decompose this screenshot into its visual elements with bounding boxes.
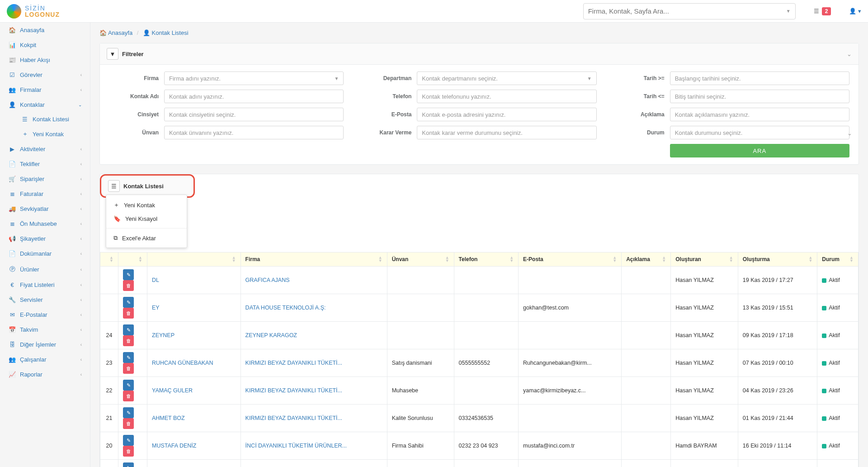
filter-icon-button[interactable]: ▼ xyxy=(107,48,118,60)
search-button[interactable]: ARA xyxy=(670,144,849,157)
sidebar-sub-yeni-kontak[interactable]: ＋Yeni Kontak xyxy=(16,126,90,142)
sidebar-item-ön-muhasebe[interactable]: ≣Ön Muhasebe‹ xyxy=(0,216,90,231)
sidebar-item-anasayfa[interactable]: 🏠Anasayfa xyxy=(0,23,90,38)
filter-firma[interactable]: Firma adını yazınız.▼ xyxy=(164,71,344,85)
menu-icon: ⧉ xyxy=(113,234,118,242)
company-link[interactable]: DATA HOUSE TEKNOLOJİ A.Ş: xyxy=(245,305,326,311)
sidebar-item-diğer-i̇şlemler[interactable]: 🗄Diğer İşlemler‹ xyxy=(0,337,90,352)
contact-name-link[interactable]: MUSTAFA DENİZ xyxy=(152,443,196,449)
delete-button[interactable]: 🗑 xyxy=(123,308,134,319)
sidebar-item-ürünler[interactable]: ⓅÜrünler‹ xyxy=(0,261,90,277)
search-input[interactable] xyxy=(588,7,786,15)
filter-tarih >=[interactable]: Başlangıç tarihini seçiniz. xyxy=(670,71,849,85)
col-Oluşturan[interactable]: Oluşturan▲▼ xyxy=(671,253,738,267)
company-link[interactable]: KIRMIZI BEYAZ DAYANIKLI TÜKETİ... xyxy=(245,415,342,421)
sidebar-item-şikayetler[interactable]: 📢Şikayetler‹ xyxy=(0,231,90,246)
sidebar-item-sevkiyatlar[interactable]: 🚚Sevkiyatlar‹ xyxy=(0,201,90,216)
filter-karar verme[interactable]: Kontak karar verme durumunu seçiniz. xyxy=(417,126,596,139)
filter-tarih <=[interactable]: Bitiş tarihini seçiniz. xyxy=(670,90,849,103)
chevron-down-icon[interactable]: ⌄ xyxy=(847,51,852,57)
sidebar-item-kokpit[interactable]: 📊Kokpit xyxy=(0,38,90,52)
nav-icon: 📊 xyxy=(8,42,16,48)
filter-departman[interactable]: Kontak departmanını seçiniz.▼ xyxy=(417,71,596,85)
col-idx2[interactable]: ▲▼ xyxy=(147,253,241,267)
menu-yeni-k-sayol[interactable]: 🔖Yeni Kısayol xyxy=(106,212,187,225)
nav-icon: 🔧 xyxy=(8,296,16,303)
sidebar-item-fiyat-listeleri[interactable]: €Fiyat Listeleri‹ xyxy=(0,277,90,292)
col-Firma[interactable]: Firma▲▼ xyxy=(241,253,387,267)
global-search[interactable]: ▼ xyxy=(583,3,796,19)
sidebar-item-kontaklar[interactable]: 👤Kontaklar⌄ xyxy=(0,97,90,112)
edit-button[interactable]: ✎ xyxy=(123,269,134,280)
col-Durum[interactable]: Durum▲▼ xyxy=(817,253,859,267)
sidebar-item-siparişler[interactable]: 🛒Siparişler‹ xyxy=(0,172,90,186)
nav-icon: ☑ xyxy=(8,71,16,78)
sidebar-item-takvim[interactable]: 📅Takvim‹ xyxy=(0,322,90,337)
company-link[interactable]: KIRMIZI BEYAZ DAYANIKLI TÜKETİ... xyxy=(245,360,342,366)
edit-button[interactable]: ✎ xyxy=(123,297,134,308)
filter-e-posta[interactable]: Kontak e-posta adresini yazınız. xyxy=(417,108,596,121)
filter-kontak adı[interactable]: Kontak adını yazınız. xyxy=(164,90,344,103)
col-idx0[interactable]: ▲▼ xyxy=(100,253,118,267)
col-E-Posta[interactable]: E-Posta▲▼ xyxy=(519,253,622,267)
delete-button[interactable]: 🗑 xyxy=(123,418,134,429)
sidebar-item-teklifler[interactable]: 📄Teklifler‹ xyxy=(0,157,90,172)
list-menu-button[interactable]: ☰ xyxy=(108,180,120,192)
menu-excel-e-aktar[interactable]: ⧉Excel'e Aktar xyxy=(106,231,187,245)
edit-button[interactable]: ✎ xyxy=(123,435,134,446)
filter-durum[interactable]: Kontak durumunu seçiniz. xyxy=(670,126,849,139)
chevron-icon: ‹ xyxy=(80,267,82,272)
contact-name-link[interactable]: AHMET BOZ xyxy=(152,415,185,421)
chevron-icon: ⌄ xyxy=(78,102,82,107)
menu-yeni-kontak[interactable]: ＋Yeni Kontak xyxy=(106,198,187,212)
contact-name-link[interactable]: ZEYNEP xyxy=(152,332,175,338)
delete-button[interactable]: 🗑 xyxy=(123,363,134,374)
edit-button[interactable]: ✎ xyxy=(123,380,134,391)
user-menu[interactable]: 👤 ▾ xyxy=(849,8,861,14)
company-link[interactable]: GRAFICA AJANS xyxy=(245,277,290,283)
company-link[interactable]: İNCİ DAYANIKLI TÜKETİM ÜRÜNLER... xyxy=(245,443,347,449)
col-Açıklama[interactable]: Açıklama▲▼ xyxy=(622,253,671,267)
edit-button[interactable]: ✎ xyxy=(123,352,134,363)
company-link[interactable]: ZEYNEP KARAGOZ xyxy=(245,332,297,338)
col-idx1[interactable]: ▲▼ xyxy=(118,253,147,267)
sidebar-item-raporlar[interactable]: 📈Raporlar‹ xyxy=(0,367,90,382)
filter-ünvan[interactable]: Kontak ünvanını yazınız. xyxy=(164,126,344,139)
breadcrumb-current[interactable]: Kontak Listesi xyxy=(152,29,189,36)
edit-button[interactable]: ✎ xyxy=(123,462,134,467)
delete-button[interactable]: 🗑 xyxy=(123,280,134,291)
delete-button[interactable]: 🗑 xyxy=(123,391,134,401)
filter-cinsiyet[interactable]: Kontak cinsiyetini seçiniz. xyxy=(164,108,344,121)
company-link[interactable]: KIRMIZI BEYAZ DAYANIKLI TÜKETİ... xyxy=(245,387,342,394)
sidebar-item-aktiviteler[interactable]: ▶Aktiviteler‹ xyxy=(0,142,90,157)
breadcrumb-home[interactable]: Anasayfa xyxy=(108,29,132,36)
contact-name-link[interactable]: YAMAÇ GULER xyxy=(152,387,193,394)
sidebar-item-e-postalar[interactable]: ✉E-Postalar‹ xyxy=(0,307,90,322)
col-Oluşturma[interactable]: Oluşturma▲▼ xyxy=(738,253,817,267)
filter-telefon[interactable]: Kontak telefonunu yazınız. xyxy=(417,90,596,103)
nav-icon: 👥 xyxy=(8,86,16,93)
sidebar-item-dokümanlar[interactable]: 📄Dokümanlar‹ xyxy=(0,246,90,261)
sidebar-label: Firmalar xyxy=(20,86,42,93)
sidebar-item-servisler[interactable]: 🔧Servisler‹ xyxy=(0,292,90,307)
delete-button[interactable]: 🗑 xyxy=(123,335,134,346)
contact-name-link[interactable]: DL xyxy=(152,277,159,283)
sidebar-sub-kontak-listesi[interactable]: ☰Kontak Listesi xyxy=(16,112,90,126)
sidebar-item-görevler[interactable]: ☑Görevler‹ xyxy=(0,67,90,82)
edit-button[interactable]: ✎ xyxy=(123,407,134,418)
chevron-down-icon[interactable]: ⌄ xyxy=(847,130,852,137)
notifications[interactable]: ☰ 2 xyxy=(814,7,831,15)
filter-açıklama[interactable]: Kontak açıklamasını yazınız. xyxy=(670,108,849,121)
edit-button[interactable]: ✎ xyxy=(123,324,134,335)
list-title: Kontak Listesi xyxy=(123,183,164,190)
sidebar-item-faturalar[interactable]: ≣Faturalar‹ xyxy=(0,186,90,201)
col-Telefon[interactable]: Telefon▲▼ xyxy=(454,253,518,267)
sidebar-item-haber-akışı[interactable]: 📰Haber Akışı xyxy=(0,52,90,67)
logo[interactable]: SİZİN LOGONUZ xyxy=(7,4,90,19)
sidebar-item-firmalar[interactable]: 👥Firmalar‹ xyxy=(0,82,90,97)
col-Ünvan[interactable]: Ünvan▲▼ xyxy=(387,253,454,267)
contact-name-link[interactable]: EY xyxy=(152,305,160,311)
contact-name-link[interactable]: RUHCAN GÜNEBAKAN xyxy=(152,360,213,366)
sidebar-item-çalışanlar[interactable]: 👥Çalışanlar‹ xyxy=(0,352,90,367)
delete-button[interactable]: 🗑 xyxy=(123,446,134,457)
